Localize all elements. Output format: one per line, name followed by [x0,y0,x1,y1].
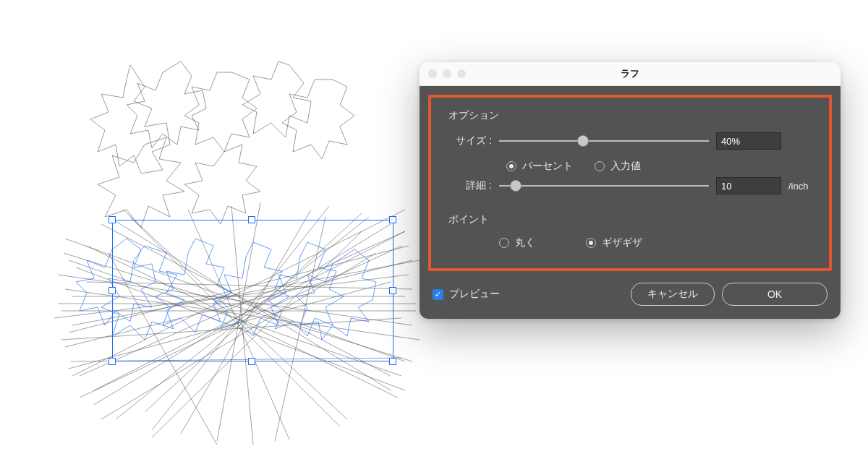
close-icon[interactable] [428,69,437,78]
dialog-title: ラフ [621,67,639,80]
window-controls[interactable] [428,69,466,78]
points-radios: 丸く ギザギザ [499,236,814,249]
radio-icon [506,161,516,171]
detail-slider[interactable] [499,180,709,192]
detail-unit: /inch [788,181,814,192]
selection-handle[interactable] [389,216,396,223]
checkbox-icon: ✓ [433,289,443,300]
dialog-footer: ✓ プレビュー キャンセル OK [428,283,832,306]
selection-handle[interactable] [248,358,255,365]
detail-input[interactable]: 10 [716,177,781,194]
detail-label: 詳細 : [448,179,492,192]
artboard [0,0,434,467]
options-highlight-box: オプション サイズ : 40% パーセント 入力値 [428,95,832,271]
selection-handle[interactable] [389,358,396,365]
detail-row: 詳細 : 10 /inch [448,177,814,194]
options-section-label: オプション [448,109,814,122]
radio-absolute-label: 入力値 [610,160,641,173]
selection-handle[interactable] [109,358,116,365]
selection-bounding-box[interactable] [112,220,393,361]
selection-handle[interactable] [389,287,396,294]
selection-handle[interactable] [109,216,116,223]
radio-absolute[interactable]: 入力値 [595,160,641,173]
cancel-button[interactable]: キャンセル [631,283,715,306]
radio-percent-label: パーセント [522,160,573,173]
roughen-dialog: ラフ オプション サイズ : 40% パーセント [420,62,841,319]
selection-handle[interactable] [248,216,255,223]
points-section-label: ポイント [448,213,814,226]
dialog-body: オプション サイズ : 40% パーセント 入力値 [420,86,841,319]
size-slider[interactable] [499,135,709,147]
radio-smooth-label: 丸く [515,236,535,249]
radio-icon [586,238,596,248]
selection-handle[interactable] [109,287,116,294]
preview-label: プレビュー [449,288,500,301]
size-label: サイズ : [448,134,492,147]
radio-icon [499,238,509,248]
size-input[interactable]: 40% [716,132,781,150]
radio-corner[interactable]: ギザギザ [586,236,642,249]
dialog-titlebar[interactable]: ラフ [420,62,841,86]
radio-smooth[interactable]: 丸く [499,236,535,249]
radio-corner-label: ギザギザ [602,236,642,249]
radio-percent[interactable]: パーセント [506,160,573,173]
size-unit-radios: パーセント 入力値 [506,160,814,173]
size-row: サイズ : 40% [448,132,814,150]
minimize-icon[interactable] [443,69,451,78]
radio-icon [595,161,605,171]
zoom-icon[interactable] [457,69,466,78]
preview-checkbox[interactable]: ✓ プレビュー [433,288,500,301]
ok-button[interactable]: OK [722,283,827,306]
